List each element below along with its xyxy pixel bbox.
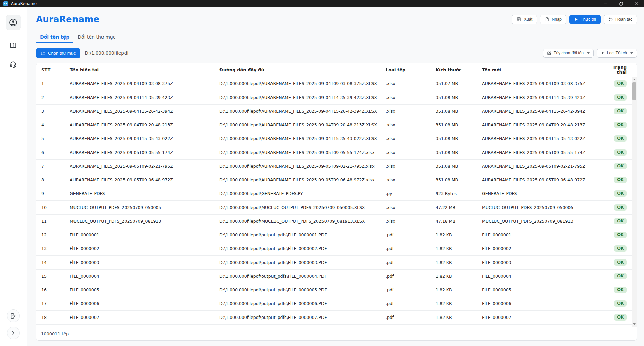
scroll-down-icon[interactable] [632,322,637,326]
status-badge: OK [614,80,627,87]
cell-path: D:\1.000.000filepdf\output_pdfs\FİLE_000… [219,297,386,310]
table-row[interactable]: 14FİLE_0000003D:\1.000.000filepdf\output… [36,255,632,269]
execute-button[interactable]: Thực thi [569,15,601,24]
table-row[interactable]: 16FİLE_0000005D:\1.000.000filepdf\output… [36,283,632,297]
tab-rename-folders[interactable]: Đổi tên thư mục [73,32,119,43]
cell-stt: 11 [36,214,70,228]
cell-new_name: MUCLUC_OUTPUT_PDFS_20250709_050005 [482,200,607,214]
cell-new_name: AURARENAME_FILES_2025-09-04T09-03-08-375… [482,77,607,91]
cell-name: AURARENAME_FILES_2025-09-04T15-35-43-022… [70,132,219,146]
cell-name: FİLE_0000006 [70,297,219,310]
window-titlebar: AuraRename [0,0,644,7]
cell-name: GENERATE_PDFS [70,187,219,200]
table-row[interactable]: 6AURARENAME_FILES_2025-09-05T09-05-55-17… [36,146,632,159]
tab-rename-files[interactable]: Đổi tên tệp [36,32,73,43]
status-badge: OK [614,300,627,307]
cell-path: D:\1.000.000filepdf\output_pdfs\FİLE_000… [219,228,386,242]
cell-status: OK [607,214,632,228]
cell-new_name: AURARENAME_FILES_2025-09-05T09-02-21-795… [482,159,607,173]
cell-stt: 17 [36,297,70,310]
table-row[interactable]: 10MUCLUC_OUTPUT_PDFS_20250709_050005D:\1… [36,200,632,214]
cell-size: 47.18 MB [436,214,482,228]
table-row[interactable]: 2AURARENAME_FILES_2025-09-04T14-35-39-42… [36,91,632,104]
table-row[interactable]: 18FİLE_0000007D:\1.000.000filepdf\output… [36,310,632,324]
table-row[interactable]: 5AURARENAME_FILES_2025-09-04T15-35-43-02… [36,132,632,146]
main-area: AuraRename Xuất Nhập [27,7,644,346]
status-badge: OK [614,314,627,321]
sidebar-item-profile[interactable] [6,15,21,30]
filter-dropdown[interactable]: Lọc: Tất cả [597,49,637,58]
cell-size: 351.08 MB [436,159,482,173]
close-button[interactable] [629,0,644,7]
cell-ext: .py [386,187,436,200]
vertical-scrollbar[interactable] [632,77,637,327]
choose-folder-button[interactable]: Chọn thư mục [36,48,80,58]
cell-ext: .pdf [386,297,436,310]
cell-status: OK [607,173,632,187]
minimize-button[interactable] [598,0,613,7]
cell-new_name: AURARENAME_FILES_2025-09-05T09-05-55-174… [482,146,607,159]
sidebar-item-guide[interactable] [9,42,17,49]
undo-button[interactable]: Hoàn tác [604,15,637,24]
status-badge: OK [614,149,627,156]
cell-ext: .pdf [386,255,436,269]
cell-ext: .xlsx [386,132,436,146]
cell-status: OK [607,283,632,297]
table-row[interactable]: 13FİLE_0000002D:\1.000.000filepdf\output… [36,242,632,255]
table-footer: 1000011 tệp [36,327,637,340]
cell-stt: 1 [36,77,70,91]
cell-status: OK [607,132,632,146]
cell-size: 1.82 KB [436,283,482,297]
cell-new_name: AURARENAME_FILES_2025-09-04T15-26-42-394… [482,104,607,118]
scroll-up-icon[interactable] [632,77,637,82]
table-row[interactable]: 3AURARENAME_FILES_2025-09-04T15-26-42-39… [36,104,632,118]
column-header-name: Tên hiện tại [70,63,219,77]
cell-status: OK [607,242,632,255]
cell-stt: 15 [36,269,70,283]
status-badge: OK [614,287,627,293]
expand-sidebar-button[interactable] [7,327,20,339]
filter-icon [601,51,605,55]
cell-status: OK [607,77,632,91]
cell-name: FİLE_0000003 [70,255,219,269]
cell-size: 351.08 MB [436,104,482,118]
cell-new_name: FİLE_0000005 [482,283,607,297]
cell-path: D:\1.000.000filepdf\AURARENAME_FILES_202… [219,173,386,187]
cell-ext: .xlsx [386,104,436,118]
rename-options-dropdown[interactable]: Tùy chọn đổi tên [543,49,594,58]
cell-name: FİLE_0000004 [70,269,219,283]
book-icon [9,42,17,49]
cell-path: D:\1.000.000filepdf\AURARENAME_FILES_202… [219,146,386,159]
sidebar-item-support[interactable] [9,61,17,68]
cell-name: MUCLUC_OUTPUT_PDFS_20250709_050005 [70,200,219,214]
table-row[interactable]: 7AURARENAME_FILES_2025-09-05T09-02-21-79… [36,159,632,173]
cell-path: D:\1.000.000filepdf\AURARENAME_FILES_202… [219,159,386,173]
main-header: AuraRename Xuất Nhập [36,11,637,27]
table-row[interactable]: 17FİLE_0000006D:\1.000.000filepdf\output… [36,297,632,310]
headset-icon [9,61,17,68]
column-header-path: Đường dẫn đầy đủ [219,63,386,77]
cell-name: AURARENAME_FILES_2025-09-05T09-05-55-174… [70,146,219,159]
restore-button[interactable] [613,0,629,7]
table-row[interactable]: 11MUCLUC_OUTPUT_PDFS_20250709_081913D:\1… [36,214,632,228]
cell-new_name: AURARENAME_FILES_2025-09-04T09-20-48-213… [482,118,607,132]
cell-status: OK [607,269,632,283]
table-row[interactable]: 8AURARENAME_FILES_2025-09-05T09-06-48-97… [36,173,632,187]
cell-size: 351.07 MB [436,77,482,91]
logout-button[interactable] [7,309,20,322]
export-button[interactable]: Xuất [512,15,537,24]
table-row[interactable]: 9GENERATE_PDFSD:\1.000.000filepdf\GENERA… [36,187,632,200]
cell-new_name: MUCLUC_OUTPUT_PDFS_20250709_081913 [482,214,607,228]
table-row[interactable]: 15FİLE_0000004D:\1.000.000filepdf\output… [36,269,632,283]
selected-folder-path: D:\1.000.000filepdf [85,50,129,56]
cell-ext: .xlsx [386,146,436,159]
table-row[interactable]: 12FİLE_0000001D:\1.000.000filepdf\output… [36,228,632,242]
table-row[interactable]: 1AURARENAME_FILES_2025-09-04T09-03-08-37… [36,77,632,91]
cell-name: AURARENAME_FILES_2025-09-04T14-35-39-423… [70,91,219,104]
cell-stt: 9 [36,187,70,200]
cell-new_name: FİLE_0000007 [482,310,607,324]
cell-ext: .xlsx [386,214,436,228]
table-row[interactable]: 4AURARENAME_FILES_2025-09-04T09-20-48-21… [36,118,632,132]
import-button[interactable]: Nhập [540,15,566,24]
scrollbar-thumb[interactable] [632,82,636,100]
